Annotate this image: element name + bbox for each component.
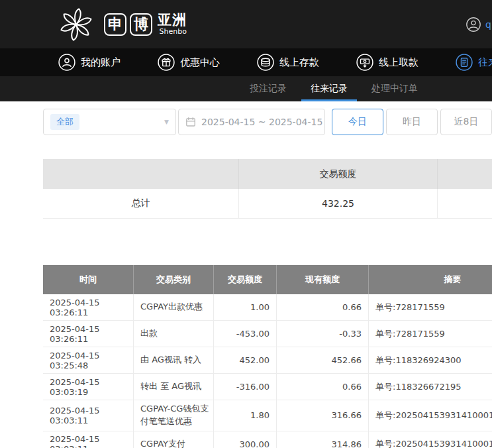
calendar-icon — [185, 117, 196, 127]
summary-header-row: 交易额度 — [43, 159, 492, 189]
type-select-value: 全部 — [50, 114, 79, 130]
cell-type: 出款 — [134, 321, 214, 347]
records-header-row: 时间 交易类别 交易额度 现有额度 摘要 — [43, 265, 492, 294]
deposit-coins-icon — [257, 54, 274, 71]
nav-item-withdraw[interactable]: 线上取款 — [356, 54, 418, 71]
nav-item-label: 优惠中心 — [180, 56, 220, 69]
cell-summary: 单号:118326672195 — [369, 374, 492, 400]
cell-type: CGPAY-CG钱包支付笔笔送优惠 — [134, 400, 214, 431]
brand-region: 亚洲 Shenbo — [158, 13, 187, 36]
record-subnav: 投注记录 往来记录 处理中订单 — [0, 76, 492, 101]
withdraw-banknote-icon — [356, 54, 373, 71]
nav-item-label: 线上取款 — [379, 56, 418, 69]
brand-region-label: 亚洲 — [158, 13, 187, 28]
today-button[interactable]: 今日 — [332, 109, 383, 135]
table-row: 2025-04-15 03:25:48 由 AG视讯 转入 452.00 452… — [43, 347, 492, 374]
col-header-amount: 交易额度 — [214, 265, 277, 294]
page: 申 博 亚洲 Shenbo q — [0, 0, 492, 448]
brand-subtitle: Shenbo — [160, 27, 187, 36]
tab-transaction-records[interactable]: 往来记录 — [301, 76, 357, 101]
tab-label: 往来记录 — [311, 83, 348, 95]
summary-total-value: 432.25 — [239, 189, 438, 218]
nav-item-promotions[interactable]: 优惠中心 — [158, 54, 220, 71]
cell-type: 由 AG视讯 转入 — [134, 347, 214, 373]
type-select[interactable]: 全部 ▼ — [43, 109, 176, 135]
nav-item-label: 我的账户 — [81, 56, 121, 69]
cell-amount: -453.00 — [214, 321, 277, 347]
nav-item-my-account[interactable]: 我的账户 — [58, 54, 121, 71]
summary-total-label: 总计 — [43, 189, 239, 218]
top-header: 申 博 亚洲 Shenbo q — [0, 0, 492, 48]
cell-type: 转出 至 AG视讯 — [134, 374, 214, 400]
last-8-days-button[interactable]: 近8日 — [440, 109, 492, 135]
records-table: 时间 交易类别 交易额度 现有额度 摘要 2025-04-15 03:26:11… — [43, 265, 492, 448]
cell-balance: 452.66 — [277, 347, 369, 373]
summary-header-empty — [438, 159, 492, 189]
lotus-flower-icon — [58, 7, 94, 42]
user-icon — [58, 54, 75, 71]
chevron-down-icon: ▼ — [164, 119, 169, 125]
cell-type: CGPAY支付 — [134, 431, 214, 448]
cell-type: CGPAY出款优惠 — [134, 294, 214, 320]
col-header-time: 时间 — [43, 265, 134, 294]
gift-icon — [158, 54, 175, 71]
cell-balance: 0.66 — [277, 374, 369, 400]
col-header-type: 交易类别 — [134, 265, 214, 294]
cell-time: 2025-04-15 03:03:19 — [43, 374, 134, 400]
main-nav: 我的账户 优惠中心 — [0, 48, 492, 76]
cell-summary: 单号:118326924300 — [369, 347, 492, 373]
yesterday-button[interactable]: 昨日 — [386, 109, 438, 135]
summary-table: 交易额度 总计 432.25 — [43, 159, 492, 219]
cell-balance: 316.66 — [277, 400, 369, 431]
summary-header-empty — [43, 159, 239, 189]
cell-amount: 452.00 — [214, 347, 277, 373]
cell-amount: -316.00 — [214, 374, 277, 400]
quick-date-buttons: 今日 昨日 近8日 — [332, 109, 492, 135]
nav-item-transaction-records[interactable]: 往来记录 — [456, 54, 492, 71]
cell-balance: -0.33 — [277, 321, 369, 347]
col-header-balance: 现有额度 — [277, 265, 369, 294]
table-row: 2025-04-15 03:26:11 出款 -453.00 -0.33 单号:… — [43, 321, 492, 347]
brand-char-bo: 博 — [130, 13, 152, 36]
cell-balance: 314.86 — [277, 431, 369, 448]
header-account-area: q — [466, 17, 492, 32]
summary-empty-cell — [438, 189, 492, 218]
cell-time: 2025-04-15 03:26:11 — [43, 321, 134, 347]
table-row: 2025-04-15 03:03:11 CGPAY-CG钱包支付笔笔送优惠 1.… — [43, 400, 492, 431]
cell-amount: 1.00 — [214, 294, 277, 320]
tab-processing-orders[interactable]: 处理中订单 — [362, 76, 427, 101]
tab-label: 处理中订单 — [371, 83, 418, 95]
cell-time: 2025-04-15 03:26:11 — [43, 294, 134, 320]
summary-header-amount: 交易额度 — [239, 159, 438, 189]
table-row: 2025-04-15 03:26:11 CGPAY出款优惠 1.00 0.66 … — [43, 294, 492, 321]
nav-item-deposit[interactable]: 线上存款 — [257, 54, 319, 71]
cell-summary: 单号:202504153931410001 — [369, 431, 492, 448]
user-avatar-icon[interactable] — [466, 17, 481, 32]
cell-time: 2025-04-15 03:03:11 — [43, 400, 134, 431]
username-text[interactable]: q — [485, 19, 491, 30]
records-document-icon — [456, 54, 473, 71]
cell-balance: 0.66 — [277, 294, 369, 320]
date-range-value: 2025-04-15 ~ 2025-04-15 — [201, 117, 322, 127]
cell-time: 2025-04-15 03:03:11 — [43, 431, 134, 448]
brand-char-shen: 申 — [104, 13, 126, 36]
cell-time: 2025-04-15 03:25:48 — [43, 347, 134, 373]
tab-betting-records[interactable]: 投注记录 — [240, 76, 296, 101]
cell-summary: 单号:202504153931410001 — [369, 400, 492, 431]
nav-item-label: 线上存款 — [279, 56, 319, 69]
summary-total-row: 总计 432.25 — [43, 189, 492, 219]
table-row: 2025-04-15 03:03:11 CGPAY支付 300.00 314.8… — [43, 431, 492, 448]
date-range-picker[interactable]: 2025-04-15 ~ 2025-04-15 — [178, 109, 325, 135]
cell-amount: 1.80 — [214, 400, 277, 431]
table-row: 2025-04-15 03:03:19 转出 至 AG视讯 -316.00 0.… — [43, 374, 492, 400]
filter-bar: 全部 ▼ 2025-04-15 ~ 2025-04-15 今日 昨日 近8日 — [43, 109, 492, 135]
main-content: 全部 ▼ 2025-04-15 ~ 2025-04-15 今日 昨日 近8日 — [0, 109, 492, 448]
cell-summary: 单号:728171559 — [369, 294, 492, 320]
tab-label: 投注记录 — [250, 83, 287, 95]
cell-amount: 300.00 — [214, 431, 277, 448]
col-header-summary: 摘要 — [369, 265, 492, 294]
cell-summary: 单号:728171559 — [369, 321, 492, 347]
nav-item-label: 往来记录 — [478, 56, 492, 69]
